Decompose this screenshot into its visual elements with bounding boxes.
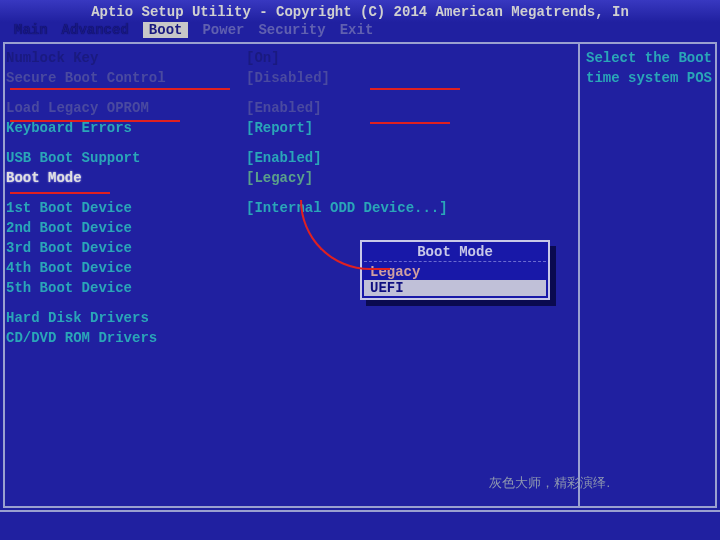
value-secure-boot: [Disabled] <box>246 68 330 88</box>
tab-boot[interactable]: Boot <box>143 22 189 38</box>
label-numlock: Numlock Key <box>6 48 246 68</box>
value-keyboard-errors: [Report] <box>246 118 313 138</box>
popup-option-uefi[interactable]: UEFI <box>364 280 546 296</box>
annotation-underline-3 <box>10 192 110 194</box>
row-cd-drivers[interactable]: CD/DVD ROM Drivers <box>6 328 566 348</box>
row-secure-boot[interactable]: Secure Boot Control [Disabled] <box>6 68 566 88</box>
tab-exit[interactable]: Exit <box>340 22 374 38</box>
bios-title: Aptio Setup Utility - Copyright (C) 2014… <box>91 4 629 20</box>
popup-title: Boot Mode <box>364 244 546 262</box>
help-line-2: time system POS <box>586 68 714 88</box>
divider <box>578 42 580 508</box>
value-legacy-oprom: [Enabled] <box>246 98 322 118</box>
tab-advanced[interactable]: Advanced <box>62 22 129 38</box>
tab-power[interactable]: Power <box>202 22 244 38</box>
label-boot-5: 5th Boot Device <box>6 278 246 298</box>
footer-hints: ++ : Move Enter : Select +/- : Value ESC… <box>0 510 720 540</box>
label-usb-boot: USB Boot Support <box>6 148 246 168</box>
watermark: 灰色大师，精彩演绎. <box>489 474 610 492</box>
annotation-underline-5 <box>370 122 450 124</box>
label-boot-mode: Boot Mode <box>6 168 246 188</box>
tab-security[interactable]: Security <box>258 22 325 38</box>
row-hdd-drivers[interactable]: Hard Disk Drivers <box>6 308 566 328</box>
value-boot-mode: [Legacy] <box>246 168 313 188</box>
label-boot-2: 2nd Boot Device <box>6 218 246 238</box>
label-legacy-oprom: Load Legacy OPROM <box>6 98 246 118</box>
label-boot-3: 3rd Boot Device <box>6 238 246 258</box>
annotation-underline-4 <box>370 88 460 90</box>
annotation-underline-1 <box>10 88 230 90</box>
label-secure-boot: Secure Boot Control <box>6 68 246 88</box>
value-usb-boot: [Enabled] <box>246 148 322 168</box>
row-boot-mode[interactable]: Boot Mode [Legacy] <box>6 168 566 188</box>
menu-tabs: Main Advanced Boot Power Security Exit <box>0 22 720 44</box>
help-panel: Select the Boot time system POS <box>586 48 714 88</box>
settings-panel: Numlock Key [On] Secure Boot Control [Di… <box>6 48 566 348</box>
label-cd-drivers: CD/DVD ROM Drivers <box>6 328 246 348</box>
tab-main[interactable]: Main <box>14 22 48 38</box>
value-numlock: [On] <box>246 48 280 68</box>
annotation-underline-2 <box>10 120 180 122</box>
row-boot-2[interactable]: 2nd Boot Device <box>6 218 566 238</box>
popup-option-legacy[interactable]: Legacy <box>364 264 546 280</box>
row-numlock[interactable]: Numlock Key [On] <box>6 48 566 68</box>
label-boot-1: 1st Boot Device <box>6 198 246 218</box>
row-usb-boot[interactable]: USB Boot Support [Enabled] <box>6 148 566 168</box>
bios-header: Aptio Setup Utility - Copyright (C) 2014… <box>0 0 720 22</box>
label-hdd-drivers: Hard Disk Drivers <box>6 308 246 328</box>
row-boot-1[interactable]: 1st Boot Device [Internal ODD Device...] <box>6 198 566 218</box>
help-line-1: Select the Boot <box>586 48 714 68</box>
label-boot-4: 4th Boot Device <box>6 258 246 278</box>
row-legacy-oprom[interactable]: Load Legacy OPROM [Enabled] <box>6 98 566 118</box>
